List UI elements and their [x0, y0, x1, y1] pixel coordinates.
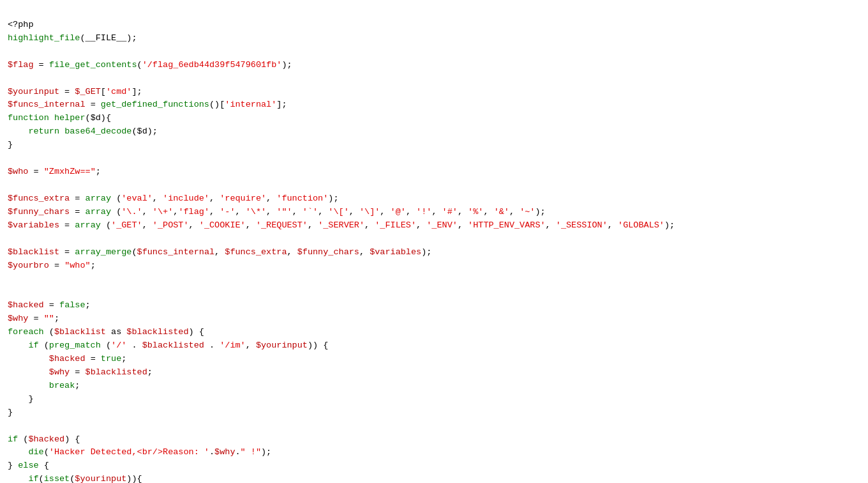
if-hacked-keyword: if	[8, 434, 18, 444]
who-var: $who	[8, 167, 28, 176]
funny-chars-var: $funny_chars	[8, 207, 70, 217]
yourbro-var: $yourbro	[8, 261, 49, 270]
funcs-internal-var: $funcs_internal	[8, 100, 86, 109]
why-var: $why	[8, 314, 28, 323]
foreach-keyword: foreach	[8, 327, 44, 337]
highlight-file-call: highlight_file	[8, 33, 80, 43]
variables-var: $variables	[8, 220, 59, 230]
funcs-extra-var: $funcs_extra	[8, 194, 70, 203]
code-display: <?php highlight_file(__FILE__); $flag = …	[8, 5, 860, 483]
yourinput-var: $yourinput	[8, 87, 59, 96]
flag-var: $flag	[8, 60, 34, 70]
php-open-tag: <?php	[8, 20, 34, 29]
hacked-var: $hacked	[8, 300, 44, 310]
function-keyword: function	[8, 113, 49, 123]
blacklist-var: $blacklist	[8, 247, 59, 257]
